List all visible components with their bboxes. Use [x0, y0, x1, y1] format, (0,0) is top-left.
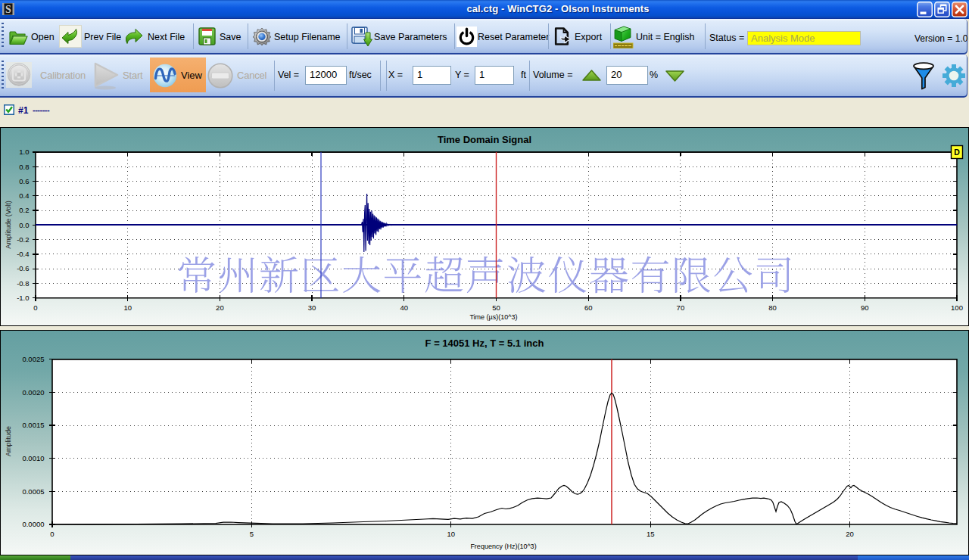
svg-text:0.0005: 0.0005	[22, 487, 44, 496]
svg-text:Time Domain Signal: Time Domain Signal	[438, 134, 531, 145]
svg-text:80: 80	[768, 303, 777, 312]
svg-text:F = 14051 Hz, T = 5.1 inch: F = 14051 Hz, T = 5.1 inch	[425, 338, 544, 349]
svg-text:10: 10	[123, 303, 132, 312]
svg-text:0: 0	[33, 303, 37, 312]
svg-text:-0.4: -0.4	[17, 250, 29, 258]
svg-text:0: 0	[50, 530, 54, 538]
svg-text:0.0: 0.0	[19, 221, 29, 229]
svg-text:0.0025: 0.0025	[22, 355, 44, 363]
svg-text:15: 15	[647, 530, 655, 538]
svg-text:0.0015: 0.0015	[22, 421, 44, 429]
svg-text:50: 50	[492, 303, 500, 312]
svg-text:90: 90	[861, 303, 869, 312]
svg-text:60: 60	[584, 303, 593, 312]
svg-text:20: 20	[216, 303, 224, 312]
svg-text:10: 10	[447, 530, 456, 538]
svg-text:S: S	[5, 4, 11, 15]
svg-text:5: 5	[250, 530, 254, 538]
svg-text:0.0010: 0.0010	[22, 454, 44, 462]
svg-text:Amplitude (Volt): Amplitude (Volt)	[5, 201, 12, 249]
svg-text:-0.6: -0.6	[17, 264, 29, 272]
svg-text:D: D	[954, 148, 960, 157]
svg-text:70: 70	[677, 303, 685, 312]
svg-text:#1: #1	[18, 105, 29, 116]
svg-text:20: 20	[846, 530, 854, 538]
svg-text:-0.2: -0.2	[17, 235, 29, 244]
svg-text:0.8: 0.8	[19, 163, 29, 171]
svg-text:Frequency (Hz)(10^3): Frequency (Hz)(10^3)	[470, 543, 536, 550]
svg-text:0.0020: 0.0020	[22, 388, 44, 397]
svg-text:1.0: 1.0	[19, 148, 29, 156]
svg-text:Time (µs)(10^3): Time (µs)(10^3)	[469, 313, 517, 321]
svg-text:Amplitude: Amplitude	[5, 426, 12, 456]
svg-text:-------: -------	[33, 105, 50, 114]
svg-text:100: 100	[951, 303, 963, 312]
svg-text:30: 30	[308, 303, 316, 312]
svg-text:0.2: 0.2	[19, 206, 29, 214]
svg-text:0.0000: 0.0000	[22, 520, 44, 528]
svg-text:40: 40	[400, 303, 409, 312]
svg-text:0.4: 0.4	[19, 191, 29, 200]
svg-text:-0.8: -0.8	[17, 279, 29, 288]
svg-text:0.6: 0.6	[19, 177, 29, 185]
svg-text:-1.0: -1.0	[17, 294, 29, 302]
